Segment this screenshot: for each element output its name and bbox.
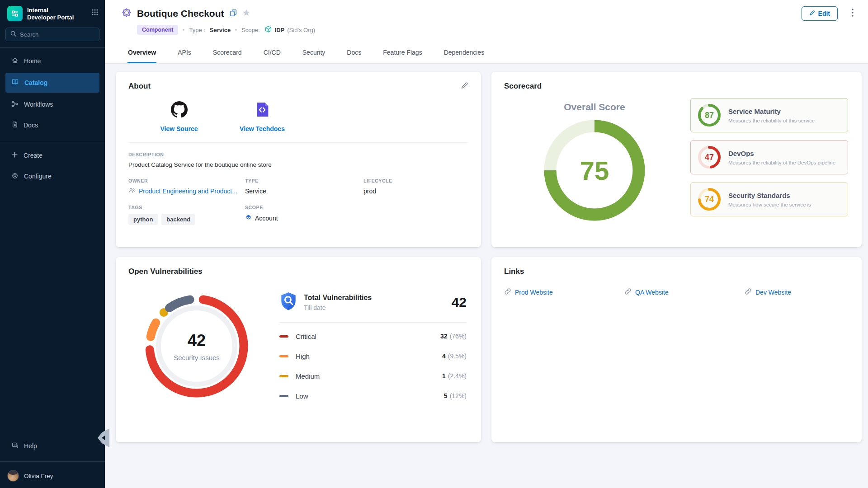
vulnerabilities-title: Open Vulnerabilities [128,267,468,276]
sidebar-item-label: Configure [24,173,52,180]
sidebar-item-configure[interactable]: Configure [5,167,99,185]
user-menu[interactable]: Olivia Frey [0,465,105,482]
github-icon [171,101,188,120]
link-qa-website[interactable]: QA Website [624,288,745,296]
view-techdocs-link[interactable]: View Techdocs [233,101,291,132]
cube-icon [264,25,272,34]
sidebar: Internal Developer Portal [0,0,105,488]
scorecard-item-title: Service Maturity [728,108,815,115]
tab-cicd[interactable]: CI/CD [263,47,281,63]
tab-security[interactable]: Security [302,47,326,63]
scorecard-item[interactable]: 74 Security Standards Measures how secur… [690,182,848,216]
legend-dash [279,355,288,357]
vulnerability-row-critical: Critical 32 (76%) [279,326,467,346]
scorecard-item-description: Measures the reliability of this service [728,118,815,123]
links-title: Links [504,267,849,276]
mini-donut: 74 [697,187,722,211]
legend-dash [279,375,288,377]
divider [279,322,467,323]
mini-donut-value: 87 [697,103,722,127]
total-vulnerabilities-title: Total Vulnerabilities [304,294,452,302]
vulnerability-row-medium: Medium 1 (2.4%) [279,366,467,386]
search-box[interactable] [5,28,99,41]
sidebar-item-catalog[interactable]: Catalog [5,73,99,93]
scorecard-item-description: Measures how secure the service is [728,202,811,207]
about-title: About [128,82,151,91]
tab-overview[interactable]: Overview [127,47,156,63]
vulnerability-row-high: High 4 (9.5%) [279,346,467,366]
link-dev-website[interactable]: Dev Website [745,288,865,296]
divider [0,461,105,462]
techdocs-icon [255,101,270,120]
layers-icon [245,214,252,222]
sidebar-item-docs[interactable]: Docs [5,116,99,134]
sidebar-item-label: Create [24,152,42,159]
sidebar-item-create[interactable]: Create [5,146,99,164]
tags-field: TAGS python backend [128,205,245,225]
link-prod-website[interactable]: Prod Website [504,288,624,296]
tag-chip[interactable]: backend [161,214,195,225]
link-chain-icon [624,288,632,296]
app-logo-icon [7,6,23,21]
owner-field: OWNER Product Engineering and Product... [128,178,245,195]
link-chain-icon [504,288,511,296]
more-options-icon[interactable] [852,9,854,19]
app-grid-icon[interactable] [91,6,99,18]
sidebar-item-home[interactable]: Home [5,52,99,70]
type-label: Type : [189,27,205,33]
svg-text:?: ? [14,443,16,446]
favorite-star-icon[interactable] [242,9,250,19]
copy-icon[interactable] [229,9,237,19]
kind-badge: Component [137,25,178,35]
links-card: Links Prod Website [491,257,862,442]
component-gear-icon [121,7,132,20]
sidebar-bottom: ? Help Olivia Frey [0,436,105,488]
tab-apis[interactable]: APIs [177,47,192,63]
scorecard-item[interactable]: 47 DevOps Measures the reliability of th… [690,140,848,174]
overall-score-value: 75 [544,120,645,221]
home-icon [11,57,19,66]
scope-field: SCOPE Account [245,205,363,225]
content-grid: About View [105,64,868,488]
tab-dependencies[interactable]: Dependencies [443,47,485,63]
app-root: Internal Developer Portal [0,0,868,488]
search-input[interactable] [20,31,95,38]
total-vulnerabilities-value: 42 [452,295,467,310]
plus-icon [11,151,18,160]
sidebar-item-label: Workflows [24,101,53,108]
divider [128,142,468,143]
dot-separator [235,29,237,31]
total-vulnerabilities-subtitle: Till date [304,304,452,311]
workflow-icon [11,100,19,109]
scorecard-item[interactable]: 87 Service Maturity Measures the reliabi… [690,98,848,132]
link-chain-icon [745,288,752,296]
tab-bar: Overview APIs Scorecard CI/CD Security D… [105,42,868,64]
scope-value: Account [255,215,278,222]
scope-org: (Sid's Org) [287,27,315,33]
overall-score-donut: 75 [544,120,645,221]
mini-donut: 47 [697,145,722,169]
vulnerabilities-center-label: Security Issues [174,354,220,361]
tab-feature-flags[interactable]: Feature Flags [382,47,422,63]
owner-link[interactable]: Product Engineering and Product... [139,188,237,195]
tab-scorecard[interactable]: Scorecard [212,47,242,63]
view-source-link[interactable]: View Source [150,101,208,132]
lifecycle-field: LIFECYCLE prod [363,178,468,195]
overall-score-label: Overall Score [564,102,625,113]
scorecard-item-title: Security Standards [728,192,811,199]
about-edit-pencil-icon[interactable] [461,82,468,91]
gear-icon [11,172,19,181]
tag-chip[interactable]: python [128,214,158,225]
scorecard-item-description: Measures the reliability of the DevOps p… [728,160,835,165]
lifecycle-value: prod [363,188,468,195]
avatar [7,470,19,482]
divider [0,142,105,142]
edit-button[interactable]: Edit [802,6,838,21]
sidebar-item-help[interactable]: ? Help [5,437,99,455]
tab-docs[interactable]: Docs [346,47,362,63]
pencil-icon [809,10,815,17]
scorecard-card: Scorecard Overall Score 75 [491,72,862,247]
sidebar-item-workflows[interactable]: Workflows [5,95,99,113]
page-title: Boutique Checkout [137,8,224,19]
description-label: DESCRIPTION [128,152,468,157]
